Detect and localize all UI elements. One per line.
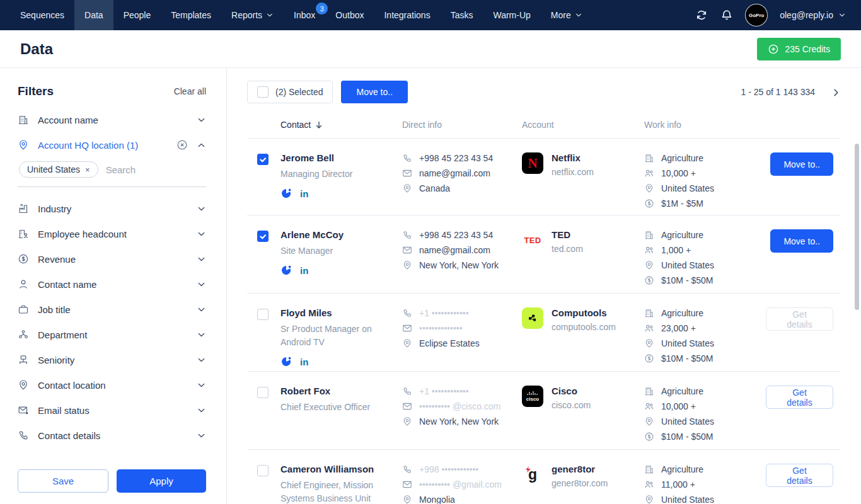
contact-name[interactable]: Jerome Bell (280, 152, 402, 163)
location-search-input[interactable] (106, 164, 175, 175)
company-logo-gener8tor: g (522, 464, 543, 485)
contact-email-masked: •••••••••••••• (419, 323, 463, 335)
contact-email: name@gmail.com (419, 168, 490, 180)
filter-industry[interactable]: Industry (18, 196, 206, 221)
location-pin-icon (18, 379, 29, 391)
chevron-down-icon[interactable] (197, 406, 206, 415)
filter-revenue[interactable]: Revenue (18, 246, 206, 272)
row-checkbox[interactable] (257, 154, 269, 165)
contact-name[interactable]: Robert Fox (280, 386, 402, 396)
filter-job-title[interactable]: Job title (18, 297, 206, 322)
select-all-checkbox[interactable] (257, 86, 269, 98)
get-details-button[interactable]: Get details (766, 464, 833, 487)
filter-contact-name[interactable]: Contact name (18, 272, 206, 297)
vertical-scrollbar[interactable] (855, 144, 859, 310)
row-checkbox[interactable] (257, 387, 269, 398)
chevron-down-icon[interactable] (197, 229, 206, 239)
nav-item-people[interactable]: People (113, 0, 161, 30)
data-source-icon[interactable] (280, 356, 292, 367)
filter-account-name[interactable]: Account name (18, 107, 206, 132)
column-header-contact[interactable]: Contact (280, 120, 402, 130)
row-move-to-button[interactable]: Move to.. (770, 229, 833, 253)
chevron-down-icon[interactable] (197, 305, 206, 314)
filter-department[interactable]: Department (18, 322, 206, 347)
chip-remove-icon[interactable]: × (85, 165, 90, 175)
nav-label: Warm-Up (493, 10, 530, 20)
filter-chip-united-states[interactable]: United States × (19, 161, 98, 178)
get-details-button[interactable]: Get details (766, 386, 833, 409)
move-to-button[interactable]: Move to.. (341, 81, 408, 103)
contact-name[interactable]: Floyd Miles (280, 307, 402, 318)
row-checkbox[interactable] (257, 309, 269, 320)
next-page-icon[interactable] (831, 88, 841, 97)
clear-filter-icon[interactable] (176, 139, 188, 151)
nav-item-integrations[interactable]: Integrations (374, 0, 440, 30)
nav-item-outbox[interactable]: Outbox (325, 0, 374, 30)
selected-count-button[interactable]: (2) Selected (247, 81, 333, 103)
dollar-circle-icon (644, 198, 654, 209)
table-header: Contact Direct info Account Work info (247, 120, 841, 139)
seniority-icon (18, 354, 29, 365)
chevron-down-icon[interactable] (197, 355, 206, 365)
chevron-down-icon[interactable] (197, 280, 206, 289)
people-icon (644, 168, 654, 178)
nav-item-warmup[interactable]: Warm-Up (483, 0, 540, 30)
linkedin-icon[interactable]: in (300, 188, 308, 199)
factory-icon (18, 203, 29, 214)
chevron-up-icon[interactable] (197, 140, 206, 150)
dollar-circle-icon (644, 275, 654, 285)
contact-name[interactable]: Arlene McCoy (280, 229, 402, 240)
credits-button[interactable]: 235 Credits (757, 38, 841, 60)
work-country: United States (661, 260, 714, 272)
filter-account-hq-location[interactable]: Account HQ location (1) (18, 132, 206, 158)
nav-item-more[interactable]: More (541, 0, 592, 30)
filter-label: Job title (38, 304, 71, 315)
nav-item-reports[interactable]: Reports (221, 0, 284, 30)
bell-icon[interactable] (720, 9, 733, 21)
filter-seniority[interactable]: Seniority (18, 347, 206, 372)
refresh-icon[interactable] (695, 9, 708, 21)
chevron-down-icon[interactable] (197, 431, 206, 440)
chevron-down-icon[interactable] (197, 255, 206, 264)
account-domain: gener8tor.com (552, 478, 608, 488)
chevron-down-icon[interactable] (197, 330, 206, 340)
row-checkbox[interactable] (257, 231, 269, 242)
clear-all-link[interactable]: Clear all (174, 86, 206, 96)
linkedin-icon[interactable]: in (300, 265, 308, 276)
location-pin-icon (402, 338, 412, 348)
filter-label: Department (38, 329, 87, 340)
save-button[interactable]: Save (18, 469, 108, 493)
row-checkbox[interactable] (257, 465, 269, 476)
building-icon (644, 464, 654, 474)
account-menu[interactable]: oleg@reply.io (780, 10, 846, 20)
row-move-to-button[interactable]: Move to.. (770, 152, 833, 176)
table-row: Arlene McCoy Site Manager in +998 45 223… (247, 215, 841, 294)
contact-location: New York, New York (419, 260, 499, 272)
avatar[interactable]: GoPro (746, 4, 767, 26)
filter-email-status[interactable]: Email status (18, 398, 206, 423)
chevron-down-icon[interactable] (197, 204, 206, 214)
filter-employee-headcount[interactable]: Employee headcount (18, 221, 206, 246)
linkedin-icon[interactable]: in (300, 357, 308, 367)
nav-item-data[interactable]: Data (74, 0, 113, 30)
filter-contact-location[interactable]: Contact location (18, 372, 206, 398)
data-source-icon[interactable] (280, 188, 292, 199)
phone-icon (402, 308, 412, 318)
apply-button[interactable]: Apply (117, 469, 206, 493)
nav-item-inbox[interactable]: Inbox3 (284, 0, 325, 30)
filter-contact-details[interactable]: Contact details (18, 423, 206, 448)
data-source-icon[interactable] (280, 265, 292, 276)
chevron-down-icon (838, 11, 846, 19)
chevron-down-icon[interactable] (197, 381, 206, 390)
chevron-down-icon[interactable] (197, 115, 206, 125)
nav-item-sequences[interactable]: Sequences (10, 0, 74, 30)
nav-item-tasks[interactable]: Tasks (441, 0, 483, 30)
contact-title: Managing Director (280, 168, 386, 181)
mail-icon (402, 245, 412, 255)
nav-item-templates[interactable]: Templates (161, 0, 221, 30)
contact-name[interactable]: Cameron Williamson (280, 464, 402, 474)
phone-icon (402, 464, 412, 474)
location-pin-icon (402, 183, 412, 193)
sort-descending-icon[interactable] (315, 120, 323, 129)
nav-label: Templates (171, 10, 211, 20)
